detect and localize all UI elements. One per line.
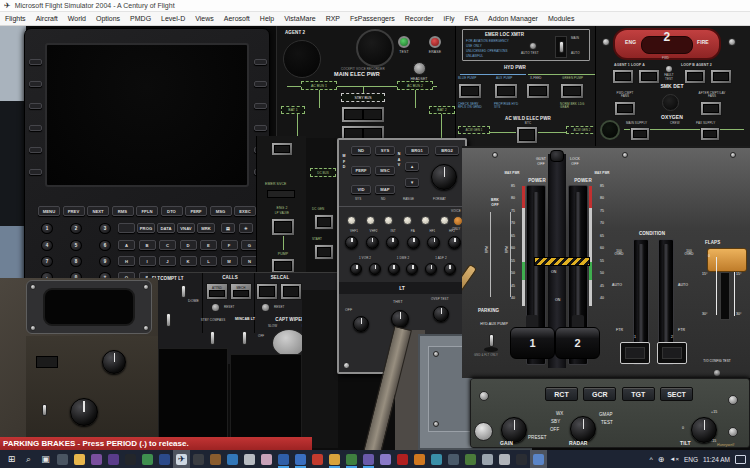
pedestal-chip[interactable] [36, 356, 58, 368]
start-switch[interactable] [314, 244, 334, 260]
pedestal-knob[interactable] [70, 398, 98, 426]
selcal-reset-button[interactable] [262, 304, 269, 311]
radar-mode-button[interactable]: SECT [660, 387, 693, 401]
app-teal-icon[interactable] [428, 450, 445, 468]
cdu-letter-key[interactable]: L [200, 256, 217, 266]
cdu-number-key[interactable]: 5 [70, 240, 82, 251]
flaps-handle[interactable] [707, 248, 747, 272]
speaker-icon[interactable]: ◄× [669, 456, 678, 462]
fwd-fans-switch[interactable] [614, 101, 636, 116]
calculator-icon[interactable] [54, 450, 71, 468]
clock[interactable]: 11:24 AM [703, 456, 730, 463]
audio-select-button[interactable] [403, 216, 412, 225]
cdu-number-key[interactable]: 6 [99, 240, 111, 251]
app-silver-icon[interactable] [241, 450, 258, 468]
app-z-icon[interactable] [513, 450, 530, 468]
cdu-lsk-l6[interactable] [29, 169, 42, 175]
nav-audio-knob[interactable] [425, 263, 437, 275]
menu-item[interactable]: RXP [321, 15, 345, 22]
cdu-function-key[interactable]: EXEC [234, 206, 256, 216]
cdu-number-key[interactable]: 2 [70, 223, 82, 234]
cdu-number-key[interactable]: 7 [41, 256, 53, 267]
aux-pump-switch[interactable] [494, 83, 518, 99]
main-supply-switch[interactable] [630, 127, 650, 141]
app-violet-2-icon[interactable] [377, 450, 394, 468]
cdu-letter-key[interactable]: D [180, 240, 197, 250]
app-silver-2-icon[interactable] [496, 450, 513, 468]
menu-item[interactable]: FSA [459, 15, 483, 22]
mfd-key[interactable]: ND [351, 146, 371, 155]
menu-item[interactable]: World [63, 15, 91, 22]
audio-select-button[interactable] [440, 216, 449, 225]
menu-item[interactable]: Level-D [156, 15, 190, 22]
dome-toggle[interactable] [181, 285, 186, 298]
smk-det-knob[interactable] [662, 94, 679, 111]
cdu-number-key[interactable]: 8 [70, 256, 82, 267]
app-brown-icon[interactable] [207, 450, 224, 468]
mfd-key[interactable]: SYS [375, 146, 395, 155]
app-blue-2-icon[interactable] [275, 450, 292, 468]
file-explorer-icon[interactable] [71, 450, 88, 468]
brg1-key[interactable]: BRG1 [405, 146, 429, 155]
ovsp-knob[interactable] [433, 306, 449, 322]
tray-chevron-icon[interactable]: ^ [649, 456, 652, 463]
stby-compass-toggle[interactable] [210, 331, 215, 345]
calls-reset-button[interactable] [212, 304, 219, 311]
cdu-letter-key[interactable]: C [159, 240, 176, 250]
wiper-knob[interactable] [272, 329, 306, 357]
cdu-letter-key[interactable]: H [118, 256, 135, 266]
cdu-letter-key[interactable]: B [139, 240, 156, 250]
app-plane-2-icon[interactable] [479, 450, 496, 468]
cdu-number-key[interactable]: 4 [41, 240, 53, 251]
audio-volume-knob[interactable] [407, 236, 420, 249]
audio-volume-knob[interactable] [366, 236, 379, 249]
cdu-function-key[interactable]: DATA [157, 223, 175, 233]
cdu-letter-key[interactable]: K [180, 256, 197, 266]
lt-knob[interactable] [353, 316, 369, 332]
pedestal-toggle[interactable] [42, 404, 47, 416]
app-blue-3-icon[interactable] [292, 450, 309, 468]
selcal-key-1[interactable] [256, 283, 278, 300]
app-green-icon[interactable] [139, 450, 156, 468]
cdu-lsk-r4[interactable] [254, 125, 267, 131]
mfd-key[interactable]: MSC [375, 166, 395, 175]
menu-item[interactable]: Aircraft [31, 15, 63, 22]
menu-item[interactable]: Addon Manager [483, 15, 543, 22]
radar-mode-button[interactable]: RCT [545, 387, 578, 401]
cdu-letter-key[interactable]: A [118, 240, 135, 250]
mini-switch[interactable] [271, 142, 293, 156]
cdu-number-key[interactable]: 9 [99, 256, 111, 267]
start-icon[interactable]: ⊞ [3, 450, 20, 468]
nav-audio-knob[interactable] [444, 263, 456, 275]
hyd-aux-pump-switch[interactable] [489, 334, 494, 347]
range-down-key[interactable]: ▼ [405, 178, 419, 187]
mech-key[interactable]: MECH [230, 283, 252, 300]
green-pump-switch[interactable] [560, 83, 584, 99]
cdu-lsk-l4[interactable] [29, 125, 42, 131]
loopa-switch[interactable] [638, 69, 660, 84]
audio-volume-knob[interactable] [448, 236, 461, 249]
cdu-letter-key[interactable]: E [200, 240, 217, 250]
notification-icon[interactable] [735, 455, 746, 464]
audio-volume-knob[interactable] [386, 236, 399, 249]
photos-icon[interactable] [530, 450, 547, 468]
emer-svce-switch[interactable] [267, 190, 295, 198]
cdu-lsk-l1[interactable] [29, 59, 42, 65]
cdu-lsk-l2[interactable] [29, 81, 42, 87]
browser-blue-icon[interactable] [224, 450, 241, 468]
cdu-function-key[interactable]: MRK [197, 223, 215, 233]
cdu-dim-key[interactable]: ▤ [221, 223, 235, 233]
audio-volume-knob[interactable] [427, 236, 440, 249]
pax-supply-switch[interactable] [700, 127, 720, 141]
stby-bus-switch[interactable] [341, 106, 385, 123]
elt-switch[interactable] [555, 36, 567, 58]
cdu-brt-key[interactable]: ☀ [239, 223, 253, 233]
condition-grip-2[interactable] [657, 342, 687, 364]
search-icon[interactable]: ⌕ [20, 450, 37, 468]
menu-item[interactable]: Modules [543, 15, 579, 22]
headset-jack[interactable] [413, 62, 426, 75]
menu-item[interactable]: VistaMare [279, 15, 320, 22]
xfeed-switch[interactable] [526, 83, 550, 99]
network-icon[interactable]: ⊕ [658, 455, 665, 464]
cdu-function-key[interactable]: NEXT [87, 206, 109, 216]
